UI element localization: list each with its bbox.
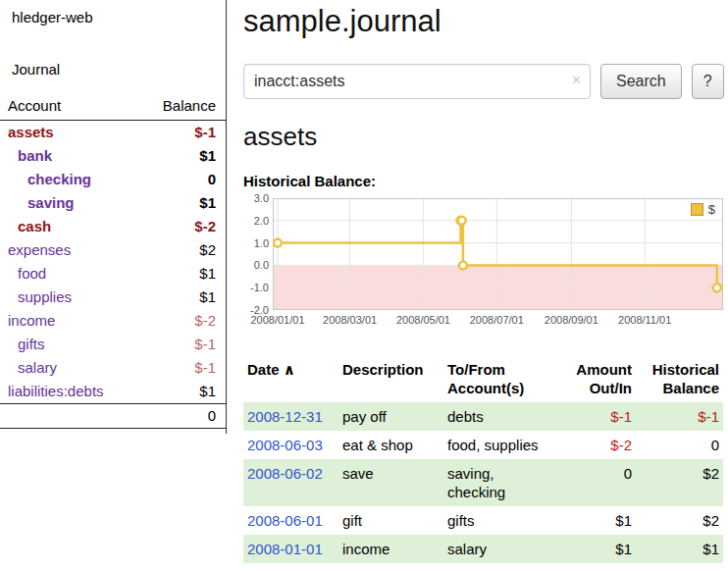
register-amount: $1 <box>555 506 636 535</box>
accounts-header-account: Account <box>0 95 139 121</box>
register-accounts: food, supplies <box>443 431 555 459</box>
account-name-cell: bank <box>0 144 139 168</box>
account-row: food$1 <box>0 262 226 286</box>
account-balance: $1 <box>139 286 226 309</box>
account-row: expenses$2 <box>0 238 226 262</box>
sidebar: hledger-web Journal Account Balance asse… <box>0 0 227 434</box>
register-row: 2008-12-31pay offdebts$-1$-1 <box>243 402 723 431</box>
account-row: gifts$-1 <box>0 333 226 356</box>
register-date-link[interactable]: 2008-06-02 <box>247 465 323 482</box>
y-tick-label: 3.0 <box>243 192 269 204</box>
account-balance: $2 <box>139 238 226 262</box>
register-balance: $2 <box>636 459 723 506</box>
account-row: saving$1 <box>0 191 226 215</box>
x-tick-label: 2008/09/01 <box>537 314 605 326</box>
accounts-table: Account Balance assets$-1bank$1checking0… <box>0 95 226 429</box>
legend-swatch-icon <box>691 203 703 216</box>
account-name-cell: food <box>0 262 139 286</box>
sort-ascending-icon: ∧ <box>284 361 295 378</box>
register-date-cell: 2008-12-31 <box>243 402 338 431</box>
help-button[interactable]: ? <box>692 64 724 99</box>
register-date-link[interactable]: 2008-06-01 <box>247 512 323 529</box>
historical-balance-chart: 3.02.01.00.0-1.0-2.0 $ 2008/01/012008/03… <box>243 198 723 336</box>
page-title: sample.journal <box>243 4 726 39</box>
register-amount: $-2 <box>555 431 636 459</box>
register-date-cell: 2008-06-02 <box>243 459 338 506</box>
register-header-accounts: To/From Account(s) <box>443 360 555 402</box>
register-row: 2008-01-01incomesalary$1$1 <box>243 535 723 563</box>
register-balance: $-1 <box>636 402 723 431</box>
register-description: income <box>338 535 443 563</box>
account-name-cell: gifts <box>0 333 139 356</box>
search-input[interactable] <box>244 65 590 98</box>
account-row: salary$-1 <box>0 356 226 380</box>
register-row: 2008-06-01giftgifts$1$2 <box>243 506 723 535</box>
accounts-body: assets$-1bank$1checking0saving$1cash$-2e… <box>0 121 226 404</box>
app-title-link[interactable]: hledger-web <box>12 9 93 26</box>
clear-search-icon[interactable]: × <box>572 73 581 88</box>
account-link[interactable]: assets <box>8 124 54 140</box>
account-balance: $-1 <box>139 121 226 145</box>
account-link[interactable]: liabilities:debts <box>8 383 104 399</box>
account-link[interactable]: cash <box>18 218 51 234</box>
account-balance: $1 <box>139 380 226 404</box>
account-row: income$-2 <box>0 309 226 333</box>
search-bar: × Search ? <box>243 64 726 99</box>
register-date-link[interactable]: 2008-01-01 <box>247 541 323 557</box>
register-accounts: saving, checking <box>443 459 555 506</box>
register-description: gift <box>338 506 443 535</box>
y-tick-label: -1.0 <box>243 282 269 293</box>
account-row: checking0 <box>0 168 226 191</box>
y-tick-label: 1.0 <box>243 237 269 249</box>
register-header-date[interactable]: Date ∧ <box>243 360 338 402</box>
chart-legend: $ <box>688 201 718 218</box>
register-date-link[interactable]: 2008-06-03 <box>247 437 323 453</box>
account-link[interactable]: expenses <box>8 241 71 258</box>
register-amount: $1 <box>555 535 636 563</box>
account-balance: 0 <box>139 168 226 191</box>
account-link[interactable]: bank <box>18 147 52 164</box>
account-name-cell: salary <box>0 356 139 380</box>
account-link[interactable]: supplies <box>18 288 72 305</box>
account-name-cell: checking <box>0 168 139 191</box>
y-tick-label: 0.0 <box>243 259 269 271</box>
account-link[interactable]: income <box>8 312 55 329</box>
account-balance: $-1 <box>139 356 226 380</box>
account-link[interactable]: gifts <box>18 336 45 352</box>
register-date-cell: 2008-06-03 <box>243 431 338 459</box>
register-date-cell: 2008-06-01 <box>243 506 338 535</box>
accounts-total-spacer <box>0 404 139 429</box>
x-tick-label: 2008/01/01 <box>243 314 312 326</box>
register-accounts: gifts <box>443 506 555 535</box>
accounts-header-balance: Balance <box>139 95 226 121</box>
chart-plot-area: $ <box>273 198 723 310</box>
x-tick-label: 2008/05/01 <box>389 314 457 326</box>
chart-canvas <box>273 198 723 310</box>
register-balance: $2 <box>636 506 723 535</box>
search-button[interactable]: Search <box>600 64 682 99</box>
accounts-total-row: 0 <box>0 404 226 429</box>
account-link[interactable]: checking <box>27 171 91 187</box>
sidebar-nav: Journal <box>0 61 226 78</box>
accounts-header-row: Account Balance <box>0 95 226 121</box>
nav-journal-link[interactable]: Journal <box>12 61 60 78</box>
register-header-row: Date ∧ Description To/From Account(s) Am… <box>243 360 723 402</box>
main-content: sample.journal × Search ? assets Histori… <box>243 0 726 563</box>
register-date-link[interactable]: 2008-12-31 <box>247 408 323 425</box>
account-row: assets$-1 <box>0 121 226 145</box>
register-row: 2008-06-03eat & shopfood, supplies$-20 <box>243 431 723 459</box>
account-heading: assets <box>243 122 726 152</box>
register-header-date-label: Date <box>247 361 280 378</box>
account-link[interactable]: saving <box>27 194 75 211</box>
account-balance: $-2 <box>139 309 226 333</box>
account-link[interactable]: salary <box>18 359 57 376</box>
x-tick-label: 2008/07/01 <box>462 314 531 326</box>
account-balance: $1 <box>139 191 226 215</box>
register-header-balance: Historical Balance <box>636 360 723 402</box>
register-table: Date ∧ Description To/From Account(s) Am… <box>243 360 723 563</box>
account-link[interactable]: food <box>18 265 46 282</box>
account-balance: $1 <box>139 144 226 168</box>
register-balance: $1 <box>636 535 723 563</box>
account-name-cell: expenses <box>0 238 139 262</box>
account-name-cell: liabilities:debts <box>0 380 139 404</box>
